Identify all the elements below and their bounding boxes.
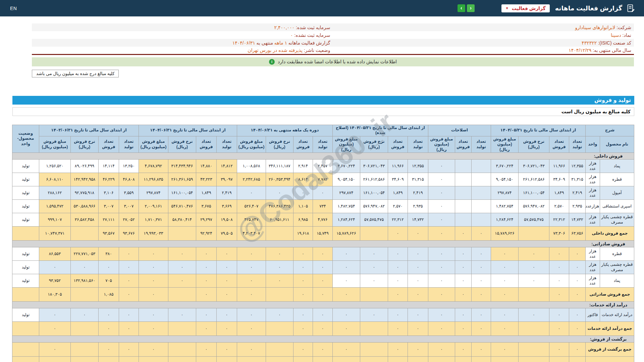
value-cell: ۳,۱۰۶ bbox=[98, 186, 119, 200]
value-cell: ۰ bbox=[196, 288, 216, 302]
value-cell: ۰ bbox=[408, 343, 428, 357]
value-cell: ۰ bbox=[518, 247, 549, 261]
production-sales-table: شرحاز ابتدای سال مالی تا تاریخ ۱۴۰۴/۰۵/۳… bbox=[12, 125, 634, 362]
value-cell: ۲۸۸,۱۶۲ bbox=[39, 186, 70, 200]
value-cell: ۰ bbox=[549, 261, 569, 274]
value-cell: ۴۶,۸۰۸ bbox=[119, 173, 139, 186]
value-cell: ۰ bbox=[266, 247, 293, 261]
company-name-cell: شرکت: لابراتوارهای سینادارو bbox=[333, 23, 634, 31]
value-cell: ۰ bbox=[237, 274, 266, 288]
value-cell: ۰ bbox=[168, 274, 196, 288]
value-cell: ۴۶,۲۲۹ bbox=[98, 173, 119, 186]
value-cell: ۰ bbox=[237, 186, 266, 200]
value-cell: ۰ bbox=[293, 261, 313, 274]
value-cell: ۰ bbox=[428, 173, 455, 186]
value-cell: ۰ bbox=[293, 288, 313, 302]
column-group-header: از ابتدای سال مالی تا تاریخ ۱۴۰۴/۰۵/۳۱ bbox=[491, 125, 585, 136]
section-row: فروش صادراتی: bbox=[12, 241, 634, 247]
value-cell: ۵۷,۵۷۵,۴۷۵ bbox=[360, 213, 388, 227]
value-cell: ۰ bbox=[471, 247, 491, 261]
value-cell: ۲۷,۰۵۲ bbox=[119, 213, 139, 227]
product-name-cell: اسپری استنشاقی bbox=[600, 200, 634, 213]
sum-row: جمع فروش۶۳,۷۵۶۷۳,۳۰۶۱۵,۷۸۹,۶۲۶۰۰۰۰۰۱۵,۷۸… bbox=[12, 357, 634, 362]
value-cell: ۰ bbox=[70, 261, 98, 274]
table-row: قطره چشمی یکبار مصرفهزار عدد۰۰۰۰۰۰۰۰۰۰۰۰… bbox=[12, 261, 634, 274]
value-cell: ۰ bbox=[119, 288, 139, 302]
value-cell: ۱,۲۸۴,۶۲۴ bbox=[332, 213, 360, 227]
value-cell: ۸۶,۵۵۳ bbox=[39, 247, 70, 261]
report-type-dropdown-label: گزارش فعالیت bbox=[512, 6, 546, 11]
value-cell: ۰ bbox=[70, 308, 98, 322]
value-cell bbox=[471, 173, 491, 186]
unit-cell: هزار عدد bbox=[585, 213, 600, 227]
value-cell: ۰ bbox=[428, 227, 455, 241]
value-cell: ۰ bbox=[471, 308, 491, 322]
unit-cell: هزار عدد bbox=[585, 247, 600, 261]
unregistered-capital-cell: سرمایه ثبت نشده: ۰ bbox=[32, 31, 333, 39]
unit-cell: هزار عدد bbox=[585, 160, 600, 173]
column-header: مبلغ فروش (میلیون ریال) bbox=[139, 136, 168, 153]
value-cell bbox=[360, 322, 388, 336]
value-cell: ۳۱,۳۱۵ bbox=[408, 173, 428, 186]
column-header: تعداد فروش bbox=[388, 136, 408, 153]
column-header: تعداد تولید bbox=[216, 136, 237, 153]
section-label: فروش داخلی: bbox=[584, 154, 633, 159]
value-cell bbox=[360, 227, 388, 241]
value-cell: ۹,۰۵۴,۱۵۰ bbox=[332, 173, 360, 186]
product-status-cell bbox=[12, 343, 39, 357]
value-cell: ۰ bbox=[569, 274, 585, 288]
value-cell: ۵۸,۳۸۰,۴۱۴ bbox=[168, 213, 196, 227]
value-cell: ۲,۲۴۲,۶۸۵ bbox=[237, 173, 266, 186]
value-cell bbox=[518, 343, 549, 357]
previous-report-button[interactable]: ‹ bbox=[467, 4, 475, 12]
sum-label-cell: جمع فروش داخلی bbox=[585, 227, 634, 241]
value-cell: ۲,۰۰۹,۱۶۱ bbox=[139, 200, 168, 213]
value-cell bbox=[455, 213, 471, 227]
value-cell: ۰ bbox=[332, 274, 360, 288]
report-type-dropdown[interactable]: گزارش فعالیت ▼ bbox=[501, 4, 550, 12]
product-status-cell: تولید bbox=[12, 173, 39, 186]
value-cell: ۰ bbox=[196, 343, 216, 357]
value-cell: ۰ bbox=[216, 274, 237, 288]
section-cell: درآمد ارائه خدمات: bbox=[12, 302, 634, 308]
report-period-cell: گزارش فعالیت ماهانه ۱ ماهه منتهی به ۱۴۰۴… bbox=[32, 39, 333, 47]
value-cell: ۰ bbox=[139, 261, 168, 274]
value-cell bbox=[70, 343, 98, 357]
value-cell: ۰ bbox=[139, 343, 168, 357]
value-cell: ۷۳,۳۰۶ bbox=[549, 357, 569, 362]
value-cell: ۰ bbox=[313, 322, 332, 336]
value-cell: ۷,۷۸۲ bbox=[313, 173, 332, 186]
value-cell: ۳۰۶,۷۲۱,۰۴۳ bbox=[518, 160, 549, 173]
chevron-down-icon: ▼ bbox=[505, 7, 509, 10]
section-row: درآمد ارائه خدمات: bbox=[12, 302, 634, 308]
product-status-cell: تولید bbox=[12, 274, 39, 288]
language-toggle-en[interactable]: EN bbox=[10, 6, 17, 11]
column-header: تعداد فروش bbox=[455, 136, 471, 153]
sum-row: جمع درآمد ارائه خدمات۰۰۰۰۰۰۰۰۰۰۰۰۰۰۰۰۰۰ bbox=[12, 322, 634, 336]
next-report-button[interactable]: › bbox=[458, 4, 465, 12]
column-header: تعداد فروش bbox=[549, 136, 569, 153]
company-info-row: نماد: دسینا سرمایه ثبت نشده: ۰ bbox=[32, 31, 634, 39]
value-cell: ۳۴,۶۰۹ bbox=[388, 173, 408, 186]
report-document-icon bbox=[626, 4, 635, 13]
table-row: قطرههزار عدد۰۰۰۰۰۰۰۰۰۰۰۰۰۰۰۰۰۰۰۰۳۸۰۲۲۷,۷… bbox=[12, 247, 634, 261]
sum-row: جمع فروش صادراتی۰۰۰۰۰۰۰۰۰۰۰۰۰۰۰۰۱,۰۸۵۱۸۰… bbox=[12, 288, 634, 302]
table-unit-note: کلیه مبالغ به میلیون ریال است bbox=[12, 107, 634, 116]
value-cell: ۹۳,۶۷۶ bbox=[119, 357, 139, 362]
value-cell bbox=[518, 322, 549, 336]
value-cell: ۰ bbox=[428, 213, 455, 227]
column-header: واحد bbox=[585, 136, 600, 153]
value-cell: ۱,۷۱۰,۳۷۱ bbox=[139, 213, 168, 227]
value-cell: ۰ bbox=[168, 308, 196, 322]
value-cell: ۰ bbox=[455, 288, 471, 302]
value-cell: ۲۶۰,۳۵۳,۴۹۴ bbox=[266, 173, 293, 186]
value-cell: ۰ bbox=[549, 343, 569, 357]
value-cell: ۱۲,۳۵۵ bbox=[408, 160, 428, 173]
value-cell: ۰ bbox=[313, 261, 332, 274]
value-cell bbox=[266, 227, 293, 241]
value-cell: ۰ bbox=[428, 186, 455, 200]
value-cell: ۴,۲۰۳,۴۰۷ bbox=[237, 227, 266, 241]
value-cell: ۱۵,۷۸۹,۶۲۶ bbox=[332, 227, 360, 241]
value-cell: ۵۲۶,۴۰۷ bbox=[237, 200, 266, 213]
value-cell: ۱۹,۶۱۸ bbox=[293, 357, 313, 362]
